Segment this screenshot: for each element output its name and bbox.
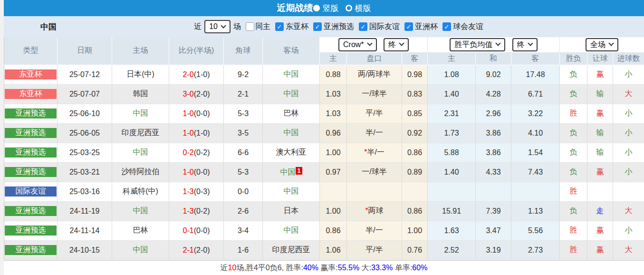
result-cell: 负 [560,201,587,221]
subcol-odds-away: 客 [402,52,428,65]
away-odds-cell: 0.92 [402,123,428,143]
away-team-cell: 中国 [263,123,320,143]
competition-badge: 亚洲预选 [5,245,57,255]
result-cell: 胜 [560,240,587,260]
mean-home-cell: 1.63 [428,221,476,240]
mean-draw-cell: 3.86 [476,143,511,162]
competition-badge: 亚洲预选 [5,147,57,157]
chevron-down-icon [221,23,226,28]
horizontal-radio-label[interactable]: 横版 [355,3,371,14]
away-odds-cell: 0.89 [402,162,428,182]
mean-away-cell: 6.71 [511,84,560,104]
competition-checkbox-2[interactable]: ✓ [359,22,367,31]
corner-cell: 9-2 [224,65,263,84]
odds-time-select[interactable]: 终 [384,38,409,51]
col-header-home: 主场 [112,37,169,65]
away-team-cell: 澳大利亚 [263,143,320,162]
summary-segment: 大: [359,263,371,273]
titlebar: 近期战绩竖版 横版 [4,0,644,16]
mean-home-cell: 15.91 [428,201,476,221]
match-date-cell: 25-06-05 [58,123,112,143]
scope-selector-group: 全场 [560,37,644,52]
same-home-checkbox[interactable] [246,22,254,31]
mean-home-cell: 1.40 [428,162,476,182]
competition-checkbox-3[interactable]: ✓ [404,22,413,31]
mean-away-cell: 17.48 [511,65,560,84]
mean-time-select[interactable]: 终 [512,38,538,51]
corner-cell: 0-0 [224,182,263,201]
home-team-cell: 中国 [112,143,169,162]
competition-label-3: 亚洲杯 [415,22,438,32]
goals-result-cell: 小 [613,221,644,240]
match-type-cell: 东亚杯 [4,65,58,84]
mean-draw-cell: 3.47 [476,221,511,240]
competition-badge: 国际友谊 [5,187,57,196]
competition-label-4: 球会友谊 [453,22,483,32]
competition-checkbox-4[interactable]: ✓ [442,22,451,31]
match-row: 东亚杯25-07-12日本(中)2-0(1-0)9-2中国0.88两/两球半0.… [4,65,644,84]
match-date-cell: 25-03-21 [58,162,112,182]
handicap-cell: *两球 [347,201,402,221]
scope-select[interactable]: 全场 [586,38,618,51]
mean-away-cell: 1.54 [511,143,560,162]
summary-segment: 赢率: [318,263,338,273]
goals-result-cell: 小 [613,65,644,84]
mean-away-cell: 4.10 [511,123,560,143]
match-date-cell: 24-11-19 [58,201,112,221]
horizontal-radio[interactable] [346,5,352,11]
subcol-handicap-result: 让球 [587,52,613,65]
mean-away-cell: 7.43 [511,162,560,182]
away-odds-cell: 0.83 [402,84,428,104]
result-cell: 胜 [560,104,587,123]
match-type-cell: 亚洲预选 [4,162,58,182]
competition-checkbox-0[interactable]: ✓ [275,22,284,31]
away-team-cell: 日本 [263,201,320,221]
match-date-cell: 25-03-16 [58,182,112,201]
recent-count-select[interactable]: 10 [204,20,231,33]
corner-cell: 3-4 [224,221,263,240]
filter-controls: 近 10 场 同主 ✓东亚杯✓亚洲预选✓国际友谊✓亚洲杯✓球会友谊 [194,20,483,33]
handicap-result-cell: 赢 [587,240,613,260]
handicap-result-cell: 赢 [587,65,613,84]
match-date-cell: 25-07-12 [58,65,112,84]
same-home-label: 同主 [255,22,270,32]
handicap-result-cell [587,182,613,201]
away-odds-cell: 0.76 [402,240,428,260]
score-cell: 1-0(0-0) [169,104,224,123]
match-date-cell: 25-06-10 [58,104,112,123]
odds-company-select[interactable]: Crow* [338,38,377,51]
match-row: 东亚杯25-07-07韩国3-0(2-0)2-1中国1.03一/球半0.831.… [4,84,644,104]
vertical-radio-label[interactable]: 竖版 [323,3,339,14]
away-odds-cell [402,182,428,201]
mean-type-select[interactable]: 胜平负均值 [450,38,505,51]
subcol-result: 胜负 [560,52,587,65]
mean-away-cell: 3.22 [511,104,560,123]
mean-draw-cell: 9.02 [476,65,511,84]
match-row: 亚洲预选24-10-15中国2-1(2-0)1-6印度尼西亚1.06平/半0.7… [4,240,644,260]
result-cell: 负 [560,143,587,162]
col-header-score: 比分(半场) [169,37,224,65]
mean-draw-cell: 4.28 [476,84,511,104]
away-team-cell: 中国1 [263,162,320,182]
corner-cell: 5-3 [224,162,263,182]
away-team-cell: 印度尼西亚 [263,240,320,260]
subcol-mean-home: 主 [428,52,476,65]
away-team-cell: 中国 [263,65,320,84]
mean-home-cell: 1.73 [428,123,476,143]
competition-badge: 亚洲预选 [5,167,57,177]
result-cell: 胜 [560,182,587,201]
odds-selector-group: Crow* 终 [320,37,428,52]
subcol-mean-away: 客 [511,52,560,65]
yellow-card-count-badge: 1 [296,167,302,175]
score-cell: 1-3(0-2) [169,201,224,221]
away-odds-cell: 0.86 [402,201,428,221]
vertical-radio[interactable] [313,5,320,11]
team-name: 中国 [40,21,57,32]
match-row: 亚洲预选24-11-19中国1-3(0-2)2-6日本1.00*两球0.8615… [4,201,644,221]
competition-badge: 东亚杯 [5,89,57,99]
home-odds-cell: 1.06 [320,240,347,260]
mean-draw-cell: 3.86 [476,123,511,143]
home-odds-cell: 0.97 [320,162,347,182]
competition-checkbox-1[interactable]: ✓ [313,22,322,31]
handicap-result-cell: 走 [587,201,613,221]
